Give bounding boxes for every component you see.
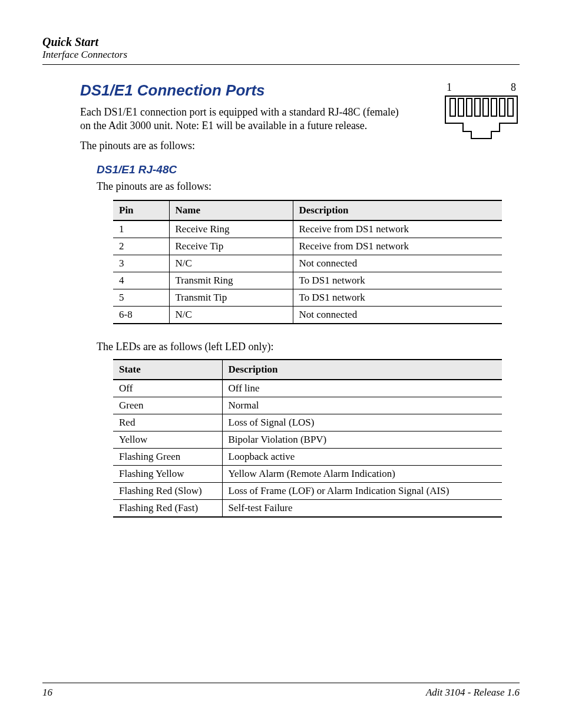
cell: Red (113, 414, 222, 431)
cell: Transmit Ring (169, 272, 293, 289)
cell: 5 (113, 289, 169, 306)
col-header: State (113, 360, 222, 380)
cell: N/C (169, 306, 293, 324)
cell: Loss of Frame (LOF) or Alarm Indication … (222, 482, 502, 499)
pin-label-left: 1 (447, 81, 452, 94)
cell: To DS1 network (293, 289, 502, 306)
page-footer: 16 Adit 3104 - Release 1.6 (42, 683, 520, 699)
cell: Receive from DS1 network (293, 238, 502, 255)
intro-paragraph: Each DS1/E1 connection port is equipped … (80, 106, 410, 133)
svg-rect-1 (458, 98, 464, 116)
table-row: Red Loss of Signal (LOS) (113, 414, 502, 431)
cell: Receive from DS1 network (293, 220, 502, 238)
cell: Transmit Tip (169, 289, 293, 306)
table-row: Flashing Red (Fast) Self-test Failure (113, 499, 502, 517)
cell: Receive Ring (169, 220, 293, 238)
table-row: 4 Transmit Ring To DS1 network (113, 272, 502, 289)
cell: Off (113, 380, 222, 397)
header-rule (42, 64, 520, 65)
cell: Green (113, 397, 222, 414)
table-row: Yellow Bipolar Violation (BPV) (113, 431, 502, 448)
table-row: Flashing Yellow Yellow Alarm (Remote Ala… (113, 465, 502, 482)
cell: Flashing Red (Fast) (113, 499, 222, 517)
cell: 3 (113, 255, 169, 272)
table-header-row: Pin Name Description (113, 200, 502, 220)
led-table: State Description Off Off line Green Nor… (113, 359, 502, 518)
table-row: Green Normal (113, 397, 502, 414)
cell: Off line (222, 380, 502, 397)
col-header: Description (293, 200, 502, 220)
svg-rect-0 (450, 98, 455, 116)
cell: Receive Tip (169, 238, 293, 255)
cell: 1 (113, 220, 169, 238)
doc-id: Adit 3104 - Release 1.6 (426, 687, 520, 699)
svg-rect-4 (483, 98, 488, 116)
cell: Yellow (113, 431, 222, 448)
cell: Not connected (293, 306, 502, 324)
table-row: 1 Receive Ring Receive from DS1 network (113, 220, 502, 238)
section-title-small: Interface Connectors (42, 49, 520, 61)
chapter-title: Quick Start (42, 35, 520, 49)
cell: Flashing Green (113, 448, 222, 465)
table-row: 3 N/C Not connected (113, 255, 502, 272)
subsection-heading: DS1/E1 RJ-48C (80, 163, 520, 176)
running-header: Quick Start Interface Connectors (42, 35, 520, 61)
table-row: 2 Receive Tip Receive from DS1 network (113, 238, 502, 255)
cell: Flashing Red (Slow) (113, 482, 222, 499)
pinout-table: Pin Name Description 1 Receive Ring Rece… (113, 200, 502, 324)
rj48c-connector-diagram: 1 8 (443, 81, 520, 143)
svg-rect-6 (500, 98, 505, 116)
pin-label-right: 8 (511, 81, 516, 94)
cell: 4 (113, 272, 169, 289)
cell: Loopback active (222, 448, 502, 465)
col-header: Description (222, 360, 502, 380)
cell: Flashing Yellow (113, 465, 222, 482)
table-row: 6-8 N/C Not connected (113, 306, 502, 324)
col-header: Name (169, 200, 293, 220)
footer-rule (42, 683, 520, 683)
cell: Self-test Failure (222, 499, 502, 517)
table-row: Flashing Red (Slow) Loss of Frame (LOF) … (113, 482, 502, 499)
cell: Loss of Signal (LOS) (222, 414, 502, 431)
table-row: 5 Transmit Tip To DS1 network (113, 289, 502, 306)
table-row: Flashing Green Loopback active (113, 448, 502, 465)
cell: N/C (169, 255, 293, 272)
svg-rect-2 (467, 98, 472, 116)
svg-rect-5 (491, 98, 497, 116)
pinouts-lead: The pinouts are as follows: (80, 139, 410, 153)
svg-rect-7 (508, 98, 513, 116)
cell: Not connected (293, 255, 502, 272)
cell: Bipolar Violation (BPV) (222, 431, 502, 448)
subsection-lead: The pinouts are as follows: (80, 180, 410, 193)
page-number: 16 (42, 687, 52, 699)
led-lead: The LEDs are as follows (left LED only): (80, 341, 520, 353)
cell: 2 (113, 238, 169, 255)
cell: 6-8 (113, 306, 169, 324)
col-header: Pin (113, 200, 169, 220)
table-header-row: State Description (113, 360, 502, 380)
cell: Yellow Alarm (Remote Alarm Indication) (222, 465, 502, 482)
cell: Normal (222, 397, 502, 414)
cell: To DS1 network (293, 272, 502, 289)
table-row: Off Off line (113, 380, 502, 397)
svg-rect-3 (475, 98, 480, 116)
rj48c-connector-icon (443, 95, 520, 141)
